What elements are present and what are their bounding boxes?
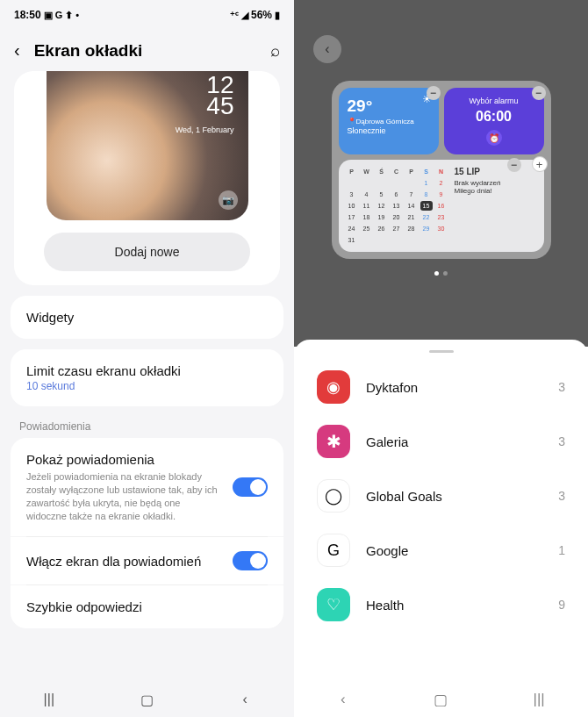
app-name: Global Goals xyxy=(366,489,542,504)
pager[interactable] xyxy=(434,271,448,276)
nav-recents[interactable]: ||| xyxy=(517,691,561,708)
widget-panel[interactable]: ☀ 29° 📍Dąbrowa Górnicza Słonecznie − Wyb… xyxy=(332,81,551,259)
back-button[interactable]: ‹ xyxy=(313,35,341,63)
status-bar: 18:50 ▣ G ⬆ • ⁺ᶜ ◢ 56% ▮ xyxy=(0,0,294,25)
nav-home[interactable]: ▢ xyxy=(125,692,169,708)
signal-icon: ◢ xyxy=(241,10,248,21)
widgets-row[interactable]: Widgety xyxy=(11,296,283,339)
app-row[interactable]: GGoogle1 xyxy=(294,523,588,577)
pager-dot[interactable] xyxy=(434,271,439,276)
section-notifications: Powiadomienia xyxy=(0,406,294,438)
search-icon[interactable]: ⌕ xyxy=(270,41,280,61)
app-row[interactable]: ✱Galeria3 xyxy=(294,414,588,469)
add-new-button[interactable]: Dodaj nowe xyxy=(44,233,250,271)
nav-recents[interactable]: ||| xyxy=(27,692,71,707)
remove-widget-icon[interactable]: − xyxy=(532,86,546,100)
weather-widget[interactable]: ☀ 29° 📍Dąbrowa Górnicza Słonecznie − xyxy=(339,88,439,154)
nav-bar: ||| ▢ ‹ xyxy=(0,682,294,717)
timeout-row[interactable]: Limit czasu ekranu okładki 10 sekund xyxy=(11,349,283,406)
wake-for-notifications-row[interactable]: Włącz ekran dla powiadomień xyxy=(11,537,283,584)
app-icon: G xyxy=(317,534,350,567)
cover-preview-card: 1245 Wed, 1 February 📷 Dodaj nowe xyxy=(14,71,280,285)
app-sheet[interactable]: ◉Dyktafon3✱Galeria3◯Global Goals3GGoogle… xyxy=(294,340,588,717)
camera-icon[interactable]: 📷 xyxy=(219,190,238,210)
alarm-icon: ⏰ xyxy=(486,130,502,146)
app-name: Health xyxy=(366,598,542,613)
nav-bar: ‹ ▢ ||| xyxy=(294,682,588,717)
app-count: 1 xyxy=(558,543,565,557)
remove-widget-icon[interactable]: − xyxy=(427,86,441,100)
status-icon: ⬆ xyxy=(65,10,73,21)
app-name: Google xyxy=(366,543,542,558)
sheet-handle[interactable] xyxy=(429,350,454,353)
app-name: Dyktafon xyxy=(366,380,542,395)
app-row[interactable]: ♡Health9 xyxy=(294,577,588,632)
wake-toggle[interactable] xyxy=(233,551,268,570)
cover-clock: 1245 xyxy=(206,75,233,117)
show-notifications-toggle[interactable] xyxy=(233,477,268,497)
calendar-widget[interactable]: PWŚCPSN123456789101112131415161718192021… xyxy=(339,160,544,252)
app-count: 9 xyxy=(558,598,565,612)
status-time: 18:50 xyxy=(14,9,41,21)
battery-pct: 56% xyxy=(251,9,272,21)
cover-date: Wed, 1 February xyxy=(176,125,234,134)
remove-widget-icon[interactable]: − xyxy=(507,158,521,172)
app-icon: ♡ xyxy=(317,588,350,621)
back-icon[interactable]: ‹ xyxy=(14,40,20,61)
app-name: Galeria xyxy=(366,434,542,449)
add-widget-icon[interactable]: + xyxy=(532,156,548,172)
nav-home[interactable]: ▢ xyxy=(419,691,463,709)
app-icon: ◯ xyxy=(317,479,350,513)
quick-replies-row[interactable]: Szybkie odpowiedzi xyxy=(11,585,283,628)
pager-dot[interactable] xyxy=(443,271,448,276)
show-notifications-row[interactable]: Pokaż powiadomienia Jeżeli powiadomienia… xyxy=(11,438,283,536)
page-header: ‹ Ekran okładki ⌕ xyxy=(0,25,294,71)
app-row[interactable]: ◯Global Goals3 xyxy=(294,469,588,523)
cover-preview[interactable]: 1245 Wed, 1 February 📷 xyxy=(47,71,248,220)
status-icon: • xyxy=(75,10,79,20)
battery-icon: ▮ xyxy=(275,10,280,21)
app-count: 3 xyxy=(558,434,565,448)
app-row[interactable]: ◉Dyktafon3 xyxy=(294,360,588,414)
calendar-grid: PWŚCPSN123456789101112131415161718192021… xyxy=(346,167,448,245)
app-icon: ✱ xyxy=(317,425,350,458)
alarm-widget[interactable]: Wybór alarmu 06:00 ⏰ − xyxy=(444,88,544,154)
nav-back[interactable]: ‹ xyxy=(321,691,365,708)
nav-back[interactable]: ‹ xyxy=(223,692,267,707)
page-title: Ekran okładki xyxy=(34,41,256,61)
widget-editor-area: ‹ ☀ 29° 📍Dąbrowa Górnicza Słonecznie − W… xyxy=(294,0,588,347)
pin-icon: 📍 xyxy=(348,118,356,125)
status-icon: ▣ xyxy=(44,10,53,21)
app-count: 3 xyxy=(558,380,565,394)
app-count: 3 xyxy=(558,489,565,503)
app-icon: ◉ xyxy=(317,370,350,404)
wifi-icon: ⁺ᶜ xyxy=(230,10,239,21)
status-icon: G xyxy=(55,10,63,20)
